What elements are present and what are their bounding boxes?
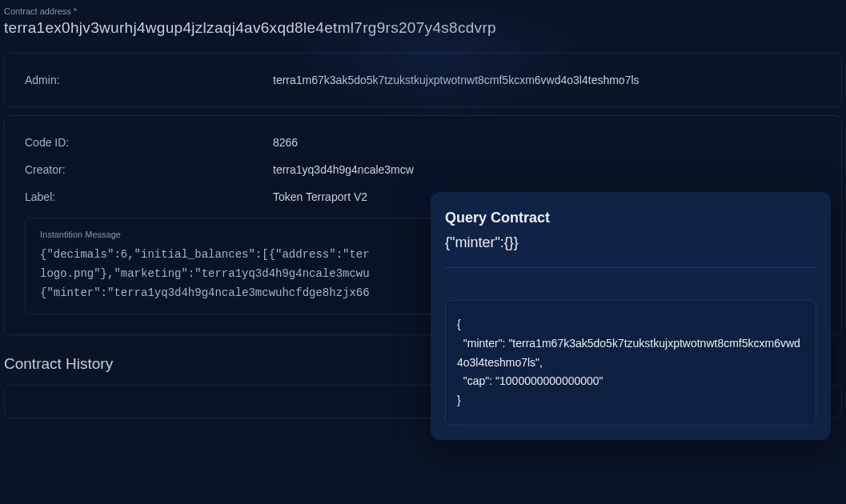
admin-value: terra1m67k3ak5do5k7tzukstkujxptwotnwt8cm… — [273, 74, 821, 86]
creator-value: terra1yq3d4h9g4ncale3mcw — [273, 163, 821, 176]
label-label: Label: — [25, 190, 273, 203]
creator-label: Creator: — [25, 163, 273, 176]
creator-row: Creator: terra1yq3d4h9g4ncale3mcw — [25, 163, 821, 176]
modal-divider — [445, 267, 816, 268]
admin-row: Admin: terra1m67k3ak5do5k7tzukstkujxptwo… — [25, 74, 821, 86]
query-contract-modal: Query Contract {"minter":{}} { "minter":… — [431, 192, 831, 440]
contract-address-value: terra1ex0hjv3wurhj4wgup4jzlzaqj4av6xqd8l… — [4, 19, 842, 37]
code-id-label: Code ID: — [25, 136, 273, 149]
modal-result-box: { "minter": "terra1m67k3ak5do5k7tzukstku… — [445, 300, 816, 426]
modal-query-input[interactable]: {"minter":{}} — [445, 234, 816, 251]
code-id-row: Code ID: 8266 — [25, 136, 821, 149]
admin-label: Admin: — [25, 74, 273, 86]
modal-title: Query Contract — [445, 210, 816, 226]
admin-card: Admin: terra1m67k3ak5do5k7tzukstkujxptwo… — [4, 53, 842, 107]
modal-result-content: { "minter": "terra1m67k3ak5do5k7tzukstku… — [457, 315, 804, 410]
contract-address-label: Contract address * — [4, 6, 842, 16]
code-id-value: 8266 — [273, 136, 821, 149]
